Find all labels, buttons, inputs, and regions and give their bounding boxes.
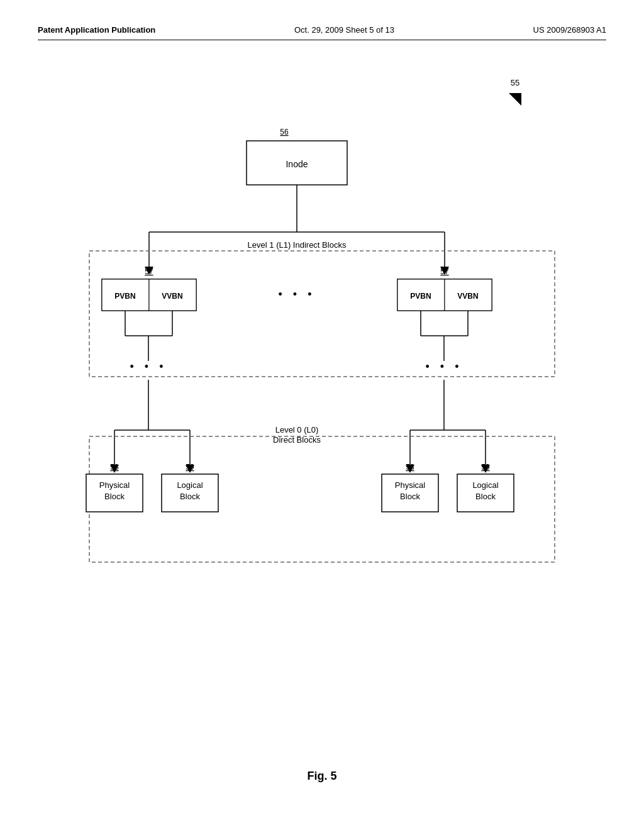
svg-text:Physical: Physical: [395, 480, 426, 490]
svg-text:Block: Block: [180, 492, 200, 501]
svg-text:Block: Block: [400, 492, 420, 501]
svg-text:PVBN: PVBN: [410, 292, 431, 301]
svg-text:58: 58: [110, 463, 119, 472]
svg-text:• • •: • • •: [279, 288, 316, 301]
svg-text:Level 0 (L0): Level 0 (L0): [275, 425, 319, 434]
svg-text:Direct Blocks: Direct Blocks: [273, 435, 321, 445]
svg-text:Inode: Inode: [286, 159, 308, 169]
svg-text:• • •: • • •: [130, 360, 167, 373]
svg-text:57: 57: [440, 267, 449, 276]
svg-text:Block: Block: [475, 492, 496, 501]
page-header: Patent Application Publication Oct. 29, …: [38, 25, 606, 40]
svg-text:VVBN: VVBN: [162, 292, 182, 301]
header-center: Oct. 29, 2009 Sheet 5 of 13: [294, 25, 394, 35]
svg-text:59: 59: [481, 463, 490, 472]
ref-55-arrow: [506, 90, 525, 109]
svg-text:Level 1 (L1) Indirect Blocks: Level 1 (L1) Indirect Blocks: [248, 240, 347, 250]
svg-text:Physical: Physical: [99, 480, 130, 490]
header-right: US 2009/268903 A1: [533, 25, 606, 35]
svg-text:56: 56: [280, 128, 289, 136]
ref-55-label: 55: [506, 78, 525, 87]
ref-55-area: 55: [506, 78, 525, 111]
svg-text:57: 57: [145, 267, 153, 276]
figure-label: Fig. 5: [38, 770, 606, 783]
svg-text:Logical: Logical: [177, 480, 203, 490]
main-diagram-svg: Inode 56 Level 1 (L1) Indirect Blocks: [52, 122, 592, 738]
svg-text:59: 59: [186, 463, 194, 472]
svg-text:Block: Block: [104, 492, 125, 501]
diagram-container: 55 Inode 56: [38, 78, 606, 738]
svg-text:VVBN: VVBN: [457, 292, 478, 301]
svg-text:Logical: Logical: [472, 480, 498, 490]
svg-text:• • •: • • •: [426, 360, 463, 373]
header-left: Patent Application Publication: [38, 25, 155, 35]
svg-text:58: 58: [406, 463, 414, 472]
svg-text:PVBN: PVBN: [114, 292, 135, 301]
svg-marker-0: [509, 93, 521, 106]
svg-rect-10: [89, 251, 555, 377]
